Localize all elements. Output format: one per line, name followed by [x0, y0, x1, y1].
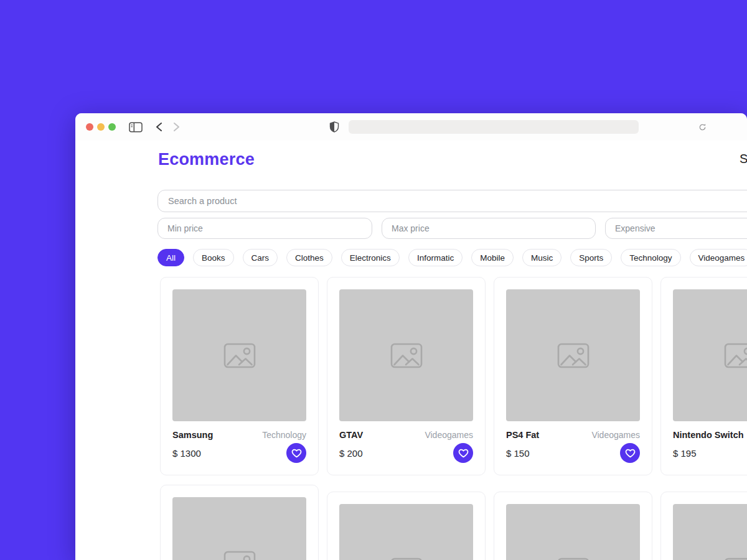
privacy-shield-icon[interactable] — [329, 113, 340, 141]
product-meta: Nintendo Switch — [673, 430, 747, 440]
back-icon[interactable] — [154, 113, 164, 141]
product-image-placeholder — [172, 497, 306, 560]
product-image-placeholder — [673, 504, 747, 560]
heart-icon — [458, 449, 469, 458]
product-price-row: $ 200 — [339, 443, 473, 463]
product-card: PS4 FatVideogames$ 150 — [494, 277, 652, 475]
category-pill-mobile[interactable]: Mobile — [471, 249, 514, 266]
product-image-placeholder — [339, 504, 473, 560]
product-meta: SamsungTechnology — [172, 430, 306, 440]
category-filter-bar: All Books Cars Clothes Electronics Infor… — [157, 249, 747, 266]
product-category: Videogames — [425, 430, 473, 440]
product-name: GTAV — [339, 430, 363, 440]
minimize-button[interactable] — [97, 123, 105, 131]
brand-title: Ecommerce — [158, 150, 255, 169]
category-pill-informatic[interactable]: Informatic — [408, 249, 463, 266]
category-pill-cars[interactable]: Cars — [243, 249, 278, 266]
product-price-row: $ 150 — [506, 443, 640, 463]
page-content: Ecommerce S All Books Cars Clothes Elect… — [75, 141, 747, 560]
product-meta: PS4 FatVideogames — [506, 430, 640, 440]
image-icon — [724, 343, 747, 368]
search-input[interactable] — [157, 190, 747, 212]
product-meta: GTAVVideogames — [339, 430, 473, 440]
category-pill-videogames[interactable]: Videogames — [690, 249, 747, 266]
browser-window: Ecommerce S All Books Cars Clothes Elect… — [75, 113, 747, 560]
nav-link-cutoff[interactable]: S — [740, 152, 747, 166]
image-icon — [724, 558, 747, 560]
product-price: $ 195 — [673, 448, 697, 459]
category-pill-books[interactable]: Books — [193, 249, 234, 266]
product-card: SamsungTechnology$ 1300 — [160, 277, 319, 475]
max-price-input[interactable] — [382, 218, 596, 239]
sort-select[interactable] — [605, 218, 747, 239]
close-button[interactable] — [86, 123, 93, 131]
image-icon — [390, 343, 423, 368]
image-icon — [390, 558, 423, 560]
product-image-placeholder — [172, 289, 306, 421]
product-price-row: $ 195 — [673, 443, 747, 463]
heart-icon — [625, 449, 636, 458]
image-icon — [223, 343, 256, 368]
filter-row — [157, 218, 747, 239]
category-pill-all[interactable]: All — [157, 249, 184, 266]
product-name: Samsung — [172, 430, 213, 440]
product-card — [660, 492, 747, 560]
product-image-placeholder — [673, 289, 747, 421]
product-image-placeholder — [506, 289, 640, 421]
favorite-button[interactable] — [286, 443, 306, 463]
product-name: PS4 Fat — [506, 430, 539, 440]
product-card — [327, 492, 486, 560]
reload-icon[interactable] — [697, 113, 708, 141]
favorite-button[interactable] — [620, 443, 640, 463]
product-price: $ 200 — [339, 448, 363, 459]
product-price: $ 150 — [506, 448, 530, 459]
product-price-row: $ 1300 — [172, 443, 306, 463]
category-pill-sports[interactable]: Sports — [570, 249, 612, 266]
product-category: Videogames — [591, 430, 640, 440]
product-image-placeholder — [506, 504, 640, 560]
category-pill-electronics[interactable]: Electronics — [341, 249, 400, 266]
category-pill-music[interactable]: Music — [522, 249, 561, 266]
min-price-input[interactable] — [157, 218, 372, 239]
category-pill-clothes[interactable]: Clothes — [286, 249, 332, 266]
zoom-button[interactable] — [108, 123, 116, 131]
sidebar-toggle-icon[interactable] — [129, 113, 143, 141]
image-icon — [557, 343, 590, 368]
page-header: Ecommerce S — [157, 152, 747, 169]
product-name: Nintendo Switch — [673, 430, 744, 440]
product-category: Technology — [262, 430, 306, 440]
image-icon — [223, 551, 256, 560]
heart-icon — [291, 449, 302, 458]
product-price: $ 1300 — [172, 448, 201, 459]
image-icon — [557, 558, 590, 560]
browser-titlebar — [75, 113, 747, 141]
address-bar[interactable] — [349, 120, 639, 134]
favorite-button[interactable] — [453, 443, 473, 463]
product-grid: SamsungTechnology$ 1300GTAVVideogames$ 2… — [160, 277, 747, 560]
product-card — [494, 492, 652, 560]
product-card — [160, 485, 319, 560]
product-image-placeholder — [339, 289, 473, 421]
traffic-lights — [86, 123, 116, 131]
category-pill-technology[interactable]: Technology — [621, 249, 680, 266]
forward-icon[interactable] — [171, 113, 181, 141]
product-card: Nintendo Switch$ 195 — [660, 277, 747, 475]
product-card: GTAVVideogames$ 200 — [327, 277, 486, 475]
